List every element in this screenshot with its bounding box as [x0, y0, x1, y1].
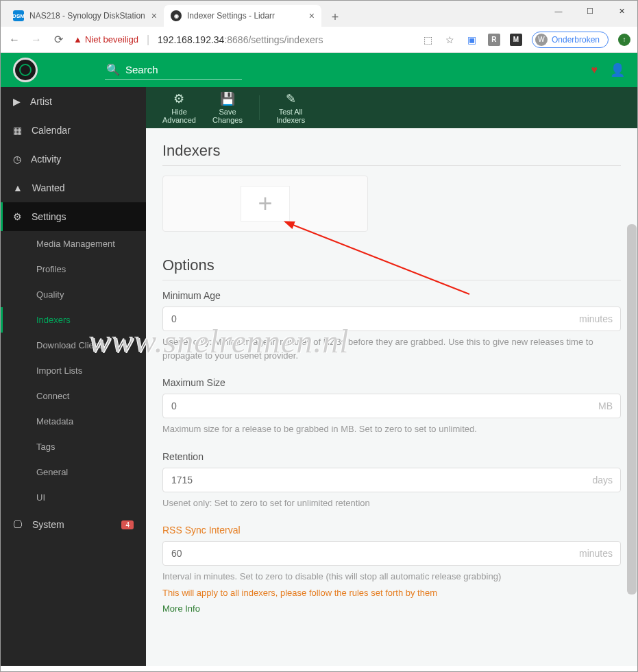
help-text: Maximum size for a release to be grabbed…: [162, 422, 621, 436]
alert-icon: ▲: [13, 182, 23, 193]
field-label: Maximum Size: [162, 377, 621, 388]
plus-icon: +: [241, 186, 290, 221]
section-title-options: Options: [162, 251, 621, 280]
sidebar: ▶Artist ▦Calendar ◷Activity ▲Wanted ⚙Set…: [1, 87, 146, 666]
sidebar-sub-ui[interactable]: UI: [1, 485, 146, 510]
gear-check-icon: ⚙: [173, 91, 184, 106]
minimize-button[interactable]: —: [543, 1, 574, 21]
sidebar-sub-download-clients[interactable]: Download Clients: [1, 333, 146, 358]
reload-button[interactable]: ⟳: [51, 33, 65, 46]
back-button[interactable]: ←: [8, 34, 21, 46]
search-input[interactable]: [125, 64, 241, 75]
sidebar-sub-tags[interactable]: Tags: [1, 434, 146, 459]
sidebar-item-settings[interactable]: ⚙Settings: [1, 202, 146, 231]
clock-icon: ◷: [13, 154, 21, 165]
tab-title: Indexer Settings - Lidarr: [187, 11, 275, 21]
extension-icon[interactable]: ▣: [466, 34, 478, 46]
browser-tab-strip: DSM NAS218 - Synology DiskStation × ◉ In…: [1, 1, 637, 27]
app-logo[interactable]: [13, 58, 38, 82]
tab-favicon: ◉: [171, 10, 182, 21]
gear-icon: ⚙: [13, 211, 22, 222]
sidebar-sub-indexers[interactable]: Indexers: [1, 307, 146, 333]
content-area: Indexers + Options Minimum Age minutes U…: [146, 128, 637, 666]
update-icon[interactable]: ↑: [618, 34, 630, 46]
sidebar-item-wanted[interactable]: ▲Wanted: [1, 173, 146, 202]
address-bar: ← → ⟳ ▲ Niet beveiligd | 192.168.192.34:…: [1, 27, 637, 53]
warning-text: This will apply to all indexers, please …: [162, 586, 621, 600]
input-suffix: days: [592, 475, 613, 485]
test-all-indexers-button[interactable]: ✎ Test All Indexers: [276, 91, 305, 124]
scrollbar[interactable]: [627, 224, 637, 595]
more-info-link[interactable]: More Info: [162, 602, 621, 616]
sidebar-sub-media-management[interactable]: Media Management: [1, 231, 146, 256]
input-suffix: MB: [598, 400, 613, 411]
field-label: RSS Sync Interval: [162, 525, 621, 536]
sidebar-sub-import-lists[interactable]: Import Lists: [1, 358, 146, 383]
maximum-size-input[interactable]: [162, 394, 621, 418]
toolbar-separator: [259, 95, 260, 120]
help-text: Usenet only: Set to zero to set for unli…: [162, 496, 621, 510]
heart-icon[interactable]: ♥: [591, 64, 598, 76]
search-box[interactable]: 🔍: [105, 60, 242, 80]
browser-tab[interactable]: DSM NAS218 - Synology DiskStation ×: [6, 5, 164, 27]
user-icon[interactable]: 👤: [610, 62, 625, 77]
add-indexer-card[interactable]: +: [162, 176, 368, 232]
input-suffix: minutes: [579, 313, 613, 324]
system-badge: 4: [121, 520, 134, 529]
maximize-button[interactable]: ☐: [574, 1, 606, 21]
rss-sync-interval-input[interactable]: [162, 541, 621, 566]
url-text[interactable]: 192.168.192.34:8686/settings/indexers: [158, 34, 323, 45]
section-title-indexers: Indexers: [162, 136, 621, 166]
help-text: Interval in minutes. Set to zero to disa…: [162, 570, 621, 584]
browser-tab-active[interactable]: ◉ Indexer Settings - Lidarr ×: [164, 5, 321, 27]
sidebar-sub-quality[interactable]: Quality: [1, 282, 146, 307]
monitor-icon: 🖵: [13, 519, 23, 530]
close-window-button[interactable]: ✕: [606, 1, 637, 21]
field-label: Minimum Age: [162, 290, 621, 301]
tab-favicon: DSM: [13, 10, 24, 21]
sidebar-item-artist[interactable]: ▶Artist: [1, 87, 146, 116]
sidebar-sub-profiles[interactable]: Profiles: [1, 256, 146, 282]
bookmark-icon[interactable]: ☆: [444, 34, 456, 46]
help-text: Usenet only: Minimum age in minutes of N…: [162, 335, 621, 362]
play-icon: ▶: [13, 96, 21, 107]
forward-button[interactable]: →: [29, 34, 43, 46]
input-suffix: minutes: [579, 548, 613, 559]
sidebar-item-activity[interactable]: ◷Activity: [1, 145, 146, 173]
translate-icon[interactable]: ⬚: [422, 34, 434, 46]
page-toolbar: ⚙ Hide Advanced 💾 Save Changes ✎ Test Al…: [146, 87, 637, 128]
sidebar-item-calendar[interactable]: ▦Calendar: [1, 116, 146, 145]
save-changes-button[interactable]: 💾 Save Changes: [212, 91, 243, 124]
test-icon: ✎: [286, 91, 296, 106]
profile-button[interactable]: W Onderbroken: [532, 32, 609, 48]
calendar-icon: ▦: [13, 125, 22, 136]
minimum-age-input[interactable]: [162, 307, 621, 331]
sidebar-sub-metadata[interactable]: Metadata: [1, 409, 146, 434]
extension-icon[interactable]: R: [488, 34, 500, 46]
search-icon: 🔍: [106, 63, 120, 76]
app-header: 🔍 ♥ 👤: [1, 53, 637, 87]
sidebar-sub-connect[interactable]: Connect: [1, 383, 146, 409]
window-controls: — ☐ ✕: [543, 1, 637, 21]
field-label: Retention: [162, 451, 621, 462]
avatar: W: [535, 34, 548, 46]
save-icon: 💾: [220, 91, 235, 106]
hide-advanced-button[interactable]: ⚙ Hide Advanced: [162, 91, 196, 124]
new-tab-button[interactable]: +: [326, 8, 345, 27]
sidebar-item-system[interactable]: 🖵System4: [1, 510, 146, 539]
tab-title: NAS218 - Synology DiskStation: [29, 11, 145, 21]
extension-icon[interactable]: M: [510, 34, 522, 46]
retention-input[interactable]: [162, 468, 621, 492]
sidebar-sub-general[interactable]: General: [1, 459, 146, 485]
security-warning[interactable]: ▲ Niet beveiligd: [73, 34, 138, 45]
close-icon[interactable]: ×: [309, 10, 315, 21]
close-icon[interactable]: ×: [151, 10, 157, 21]
